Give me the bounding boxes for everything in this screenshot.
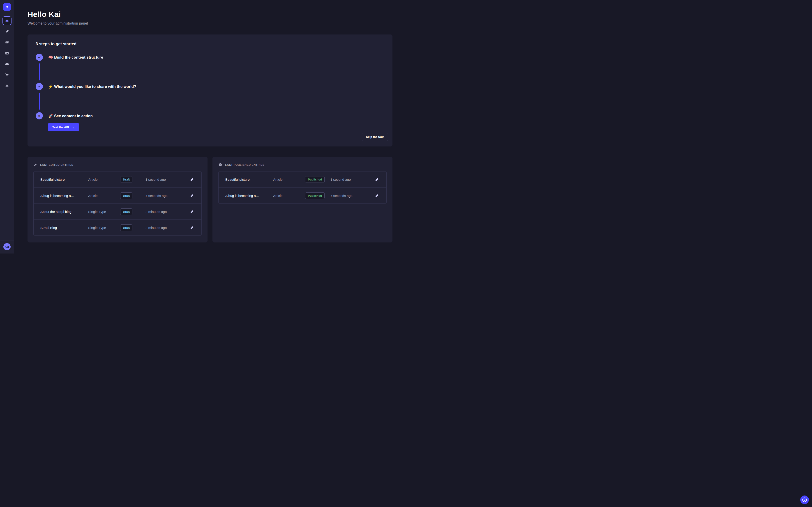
last-edited-title: LAST EDITED ENTRIES [40,163,73,167]
sidebar-item-deploy[interactable] [2,59,11,68]
entry-title: About the strapi blog [40,210,88,214]
entry-title: A bug is becoming a… [40,194,88,198]
page-subtitle: Welcome to your administration panel [28,21,393,25]
status-badge: Draft [120,176,133,183]
onboarding-footer: Skip the tour [36,133,388,141]
entry-type: Single-Type [88,226,120,230]
table-row: A bug is becoming a… Article Published 7… [218,187,387,204]
last-published-header: LAST PUBLISHED ENTRIES [218,163,387,167]
entry-time: 2 minutes ago [146,210,184,214]
main-content: Hello Kai Welcome to your administration… [14,0,406,253]
sidebar-item-content-type-builder[interactable] [2,49,11,58]
edit-entry-button[interactable] [188,192,196,200]
pencil-icon [190,178,194,181]
step-connector [39,93,40,110]
entry-type: Single-Type [88,210,120,214]
last-edited-table: Beautiful picture Article Draft 1 second… [33,171,202,236]
sidebar-item-content-manager[interactable] [2,27,11,36]
status-badge: Draft [120,209,133,215]
step-done-circle [36,54,43,61]
entry-time: 7 seconds ago [146,194,184,198]
step-done-circle [36,83,43,90]
entry-title: Beautiful picture [225,178,273,181]
skip-tour-button[interactable]: Skip the tour [362,133,388,141]
edit-entry-button[interactable] [188,224,196,231]
table-row: Beautiful picture Article Published 1 se… [218,171,387,187]
sidebar-nav [2,14,11,90]
table-row: A bug is becoming a… Article Draft 7 sec… [34,187,201,204]
entries-section: LAST EDITED ENTRIES Beautiful picture Ar… [28,157,393,242]
status-badge: Published [305,176,324,183]
status-badge: Published [305,192,324,199]
pencil-icon [190,194,194,198]
entry-title: Beautiful picture [40,178,88,181]
cloud-icon [4,61,9,66]
edit-entry-button[interactable] [188,176,196,183]
edit-entry-button[interactable] [188,208,196,215]
pencil-icon [375,178,379,181]
check-icon [38,85,41,88]
onboarding-step-1: 🧠 Build the content structure [36,54,388,61]
last-published-card: LAST PUBLISHED ENTRIES Beautiful picture… [212,157,393,242]
entry-time: 1 second ago [331,178,369,181]
entry-type: Article [88,194,120,198]
layout-builder-icon [5,51,9,55]
feather-pen-icon [5,29,9,34]
cta-row: Test the API → [48,123,388,131]
step-label: 🚀 See content in action [48,114,93,118]
last-published-title: LAST PUBLISHED ENTRIES [225,163,265,167]
check-circle-icon [218,163,222,167]
entry-type: Article [88,178,120,181]
status-badge: Draft [120,224,133,231]
page-title: Hello Kai [28,10,393,19]
gear-icon [5,83,9,88]
sidebar-item-home[interactable] [2,16,11,25]
last-edited-card: LAST EDITED ENTRIES Beautiful picture Ar… [28,157,207,242]
entry-title: Strapi Blog [40,226,88,230]
strapi-admin-app: KD Hello Kai Welcome to your administrat… [0,0,406,253]
step-connector [39,63,40,80]
test-api-label: Test the API [52,125,69,129]
sidebar-item-settings[interactable] [2,81,11,90]
media-pictures-icon [5,40,9,45]
edit-entry-button[interactable] [373,176,381,183]
strapi-logo[interactable] [3,3,11,11]
entry-time: 7 seconds ago [331,194,369,198]
arrow-right-icon: → [71,125,75,129]
sidebar: KD [0,0,14,253]
status-badge: Draft [120,192,133,199]
check-icon [38,55,41,59]
entry-time: 2 minutes ago [146,226,184,230]
entry-type: Article [273,194,305,198]
entry-title: A bug is becoming a… [225,194,273,198]
pencil-icon [190,226,194,230]
onboarding-step-2: ⚡ What would you like to share with the … [36,83,388,90]
table-row: Beautiful picture Article Draft 1 second… [34,171,201,187]
pencil-icon [375,194,379,198]
entry-time: 1 second ago [146,178,184,181]
sidebar-item-media-library[interactable] [2,38,11,47]
step-number-circle: 3 [36,112,43,119]
last-published-table: Beautiful picture Article Published 1 se… [218,171,387,204]
home-icon [5,18,9,23]
step-label: 🧠 Build the content structure [48,55,103,60]
onboarding-step-3: 3 🚀 See content in action [36,112,388,119]
table-row: Strapi Blog Single-Type Draft 2 minutes … [34,220,201,235]
pencil-icon [33,163,37,167]
table-row: About the strapi blog Single-Type Draft … [34,204,201,220]
pencil-icon [190,210,194,214]
shopping-cart-icon [5,72,9,77]
edit-entry-button[interactable] [373,192,381,200]
test-api-button[interactable]: Test the API → [48,123,79,131]
strapi-logo-icon [5,5,9,9]
onboarding-card: 3 steps to get started 🧠 Build the conte… [28,35,393,147]
last-edited-header: LAST EDITED ENTRIES [33,163,202,167]
step-label: ⚡ What would you like to share with the … [48,84,136,89]
avatar[interactable]: KD [3,243,11,250]
sidebar-item-marketplace[interactable] [2,70,11,79]
entry-type: Article [273,178,305,181]
onboarding-title: 3 steps to get started [36,42,388,46]
sidebar-footer: KD [0,240,14,253]
